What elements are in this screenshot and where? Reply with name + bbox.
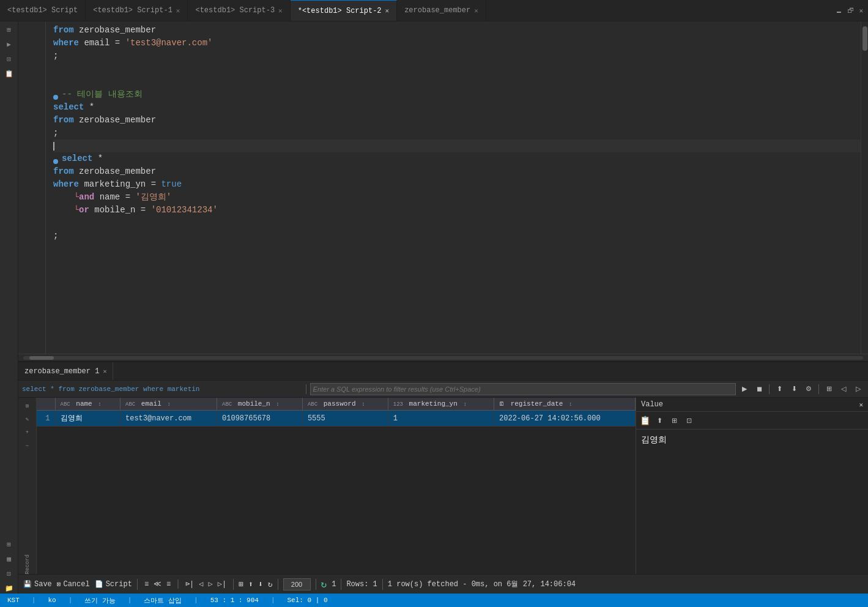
- email-cell[interactable]: test3@naver.com: [120, 411, 217, 426]
- restore-icon[interactable]: 🗗: [847, 7, 854, 15]
- tab-script[interactable]: <testdb1> Script: [0, 0, 86, 21]
- table-container: ⊞ ✎ + − Record ABC: [18, 398, 868, 574]
- left-sidebar: ⊞ ▶ ⊡ 📋 ⊞ ▦ ⊡ 📁: [0, 21, 18, 594]
- tab-script-3-label: <testdb1> Script-3: [195, 6, 275, 15]
- nav-first-btn[interactable]: ≡: [143, 580, 150, 589]
- name-cell[interactable]: 김영희: [55, 411, 120, 426]
- sidebar-icon-bottom-2[interactable]: ▦: [3, 553, 15, 564]
- cancel-button[interactable]: ⊠ Cancel: [57, 580, 90, 589]
- rows-count-icon: ↻: [321, 578, 327, 590]
- filter-input[interactable]: [310, 383, 736, 395]
- col-register[interactable]: 🗓 register_date ↕: [494, 398, 636, 411]
- nav-last-btn[interactable]: ▷|: [216, 579, 228, 589]
- nav-next-btn[interactable]: ◁: [197, 579, 205, 589]
- sidebar-icon-4[interactable]: 📋: [3, 68, 15, 79]
- status-sep: |: [32, 597, 36, 604]
- sort-icon[interactable]: ↕: [167, 401, 170, 408]
- sidebar-icon-bottom-3[interactable]: ⊡: [3, 568, 15, 579]
- save-button[interactable]: 💾 Save: [23, 580, 52, 589]
- table-row[interactable]: 1 김영희 test3@naver.com 010987656​78 5555 …: [37, 411, 636, 426]
- sidebar-del-icon[interactable]: −: [21, 441, 34, 452]
- sidebar-edit-icon[interactable]: ✎: [21, 414, 34, 425]
- export-icon[interactable]: ⬇: [258, 579, 263, 589]
- tab-script-1[interactable]: <testdb1> Script-1 ✕: [86, 0, 188, 21]
- import-icon[interactable]: ⬆: [248, 579, 253, 589]
- script-button[interactable]: 📄 Script: [95, 580, 132, 589]
- sidebar-icon-1[interactable]: ⊞: [3, 24, 15, 35]
- close-icon[interactable]: ✕: [278, 7, 283, 15]
- status-sep: |: [194, 597, 198, 604]
- col-password[interactable]: ABC password ↕: [302, 398, 388, 411]
- toolbar-separator: [769, 384, 770, 394]
- close-tab-icon[interactable]: ✕: [385, 7, 390, 15]
- data-table-wrapper: ABC name ↕ ABC email ↕ A: [37, 398, 636, 574]
- sort-icon[interactable]: ↕: [98, 401, 101, 408]
- vp-btn-4[interactable]: ⊡: [683, 414, 695, 426]
- layout-btn[interactable]: ⊞: [823, 383, 835, 395]
- tab-script-3[interactable]: <testdb1> Script-3 ✕: [188, 0, 290, 21]
- nav-end-btn[interactable]: ⊳|: [184, 579, 196, 589]
- value-display: 김영희: [641, 434, 667, 444]
- password-cell[interactable]: 5555: [302, 411, 388, 426]
- sidebar-icon-bottom-1[interactable]: ⊞: [3, 538, 15, 549]
- code-line: ;: [53, 229, 861, 242]
- limit-input[interactable]: [283, 578, 311, 590]
- code-editor[interactable]: from zerobase_member where email = 'test…: [18, 21, 868, 354]
- toolbar-separator: [306, 384, 306, 394]
- toolbar-separator: [233, 579, 234, 590]
- sort-icon[interactable]: ↕: [569, 401, 572, 408]
- export-btn[interactable]: ⬆: [773, 383, 785, 395]
- col-mobile[interactable]: ABC mobile_n ↕: [217, 398, 303, 411]
- close-icon[interactable]: ✕: [176, 7, 180, 15]
- mobile-cell[interactable]: 010987656​78: [217, 411, 303, 426]
- settings-btn[interactable]: ⚙: [803, 383, 815, 395]
- right-scrollbar[interactable]: [861, 21, 868, 354]
- position-label: 53 : 1 : 904: [210, 597, 259, 604]
- tab-script-2[interactable]: *<testdb1> Script-2 ✕: [291, 0, 397, 21]
- import-btn[interactable]: ⬇: [788, 383, 800, 395]
- sort-icon[interactable]: ↕: [276, 401, 279, 408]
- col-icon: ABC: [125, 401, 135, 408]
- execute-btn[interactable]: ▶: [738, 383, 751, 395]
- col-marketing[interactable]: 123 marketing_yn ↕: [388, 398, 494, 411]
- results-tab-zerobase[interactable]: zerobase_member 1 ✕: [18, 362, 113, 380]
- sidebar-record-icon[interactable]: ⊞: [21, 400, 34, 411]
- add-row-icon[interactable]: ⊞: [239, 579, 243, 589]
- marketing-cell[interactable]: 1: [388, 411, 494, 426]
- window-close-icon[interactable]: ✕: [859, 7, 863, 15]
- vp-btn-3[interactable]: ⊞: [668, 414, 680, 426]
- results-toolbar: select * from zerobase_member where mark…: [18, 381, 868, 398]
- register-cell[interactable]: 2022-06-27 14:02:56.000: [494, 411, 636, 426]
- nav-next2-btn[interactable]: ▷: [207, 579, 215, 589]
- fetch-status: 1 row(s) fetched - 0ms, on 6월 27, 14:06:…: [388, 579, 576, 589]
- status-sep: |: [128, 597, 132, 604]
- horizontal-scrollbar[interactable]: [18, 354, 868, 361]
- sidebar-icon-3[interactable]: ⊡: [3, 53, 15, 64]
- results-tab-close-icon[interactable]: ✕: [103, 368, 106, 375]
- col-email[interactable]: ABC email ↕: [120, 398, 217, 411]
- code-content[interactable]: from zerobase_member where email = 'test…: [46, 21, 861, 354]
- scrollbar-thumb: [29, 356, 54, 360]
- nav-fwd-btn[interactable]: ▷: [852, 383, 864, 395]
- sort-icon[interactable]: ↕: [362, 401, 365, 408]
- encoding-label: KST: [7, 597, 20, 604]
- editor-area: from zerobase_member where email = 'test…: [18, 21, 868, 594]
- sidebar-add-icon[interactable]: +: [21, 427, 34, 438]
- scrollbar-track: [23, 356, 863, 360]
- value-panel-close-icon[interactable]: ✕: [859, 401, 863, 409]
- sidebar-icon-bottom-4[interactable]: 📁: [3, 583, 15, 594]
- code-line: select *: [53, 152, 861, 165]
- refresh-icon[interactable]: ↻: [268, 579, 273, 589]
- nav-back-btn[interactable]: ◁: [837, 383, 850, 395]
- sidebar-icon-2[interactable]: ▶: [3, 39, 15, 50]
- minimize-icon[interactable]: 🗕: [836, 7, 842, 15]
- vp-btn-1[interactable]: 📋: [639, 414, 651, 426]
- vp-btn-2[interactable]: ⬆: [653, 414, 666, 426]
- stop-btn[interactable]: ◼: [753, 383, 765, 395]
- sort-icon[interactable]: ↕: [463, 401, 466, 408]
- nav-prev-group-btn[interactable]: ≪: [152, 579, 163, 589]
- close-icon[interactable]: ✕: [474, 7, 478, 15]
- col-name[interactable]: ABC name ↕: [55, 398, 120, 411]
- nav-prev-btn[interactable]: ≡: [165, 580, 172, 589]
- tab-zerobase-member[interactable]: zerobase_member ✕: [397, 0, 486, 21]
